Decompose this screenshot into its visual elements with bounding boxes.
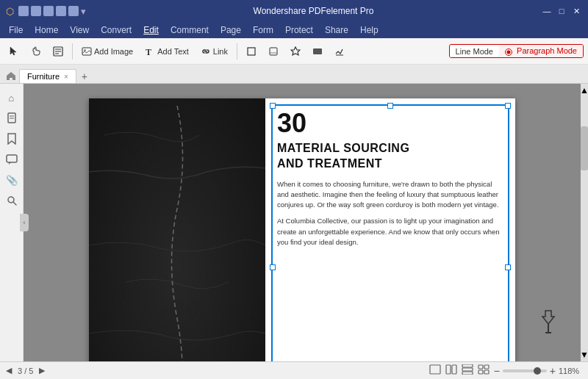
stamp-icon [290,46,301,57]
svg-rect-9 [270,48,277,55]
maximize-button[interactable]: □ [556,5,567,17]
crop-icon [246,46,257,57]
sidebar-bookmark-icon[interactable] [4,131,20,147]
svg-rect-30 [478,365,483,369]
edit-text-icon [53,46,63,57]
minimize-button[interactable]: — [541,5,553,17]
zoom-slider[interactable] [503,369,547,372]
sign-button[interactable] [330,44,349,59]
toolbar-sep-1 [72,43,73,59]
page-container: 30 MATERIAL SOURCING AND TREATMENT When … [89,98,515,361]
title-bar-left: ⬡ ▾ [6,6,86,17]
leather-texture-image [89,98,265,361]
watermark-icon [268,46,279,57]
menu-share[interactable]: Share [319,24,354,37]
toolbar-icon-1 [18,6,29,16]
page-image-left [89,98,265,361]
svg-rect-28 [462,368,473,371]
page-paragraph-1: When it comes to choosing furniture, we'… [277,179,503,211]
menu-convert[interactable]: Convert [95,24,137,37]
toolbar-icon-4 [56,6,66,16]
app-title: Wondershare PDFelement Pro [86,6,541,16]
sidebar-comment-icon[interactable] [4,151,20,167]
svg-point-5 [84,49,85,51]
paragraph-mode-button[interactable]: Paragraph Mode [499,45,583,57]
menu-comment[interactable]: Comment [165,24,215,37]
resize-handle-tm[interactable] [387,103,393,109]
zoom-control: − + 118% [494,365,582,377]
zoom-slider-thumb[interactable] [534,367,541,375]
svg-rect-33 [484,370,489,374]
sidebar-search-icon[interactable] [4,192,20,209]
add-text-button[interactable]: T Add Text [140,44,193,59]
resize-handle-tl[interactable] [270,103,276,109]
toolbar-icon-2 [31,6,41,16]
resize-handle-ml[interactable] [270,264,276,270]
svg-rect-17 [7,155,17,162]
svg-rect-21 [89,98,265,361]
view-single-button[interactable] [429,364,441,377]
sidebar-pages-icon[interactable] [4,110,20,126]
sidebar-home-icon[interactable]: ⌂ [4,90,20,106]
status-bar: ◀ 3 / 5 ▶ − + 118% [0,361,588,379]
menu-home[interactable]: Home [29,24,64,37]
resize-handle-mr[interactable] [505,264,511,270]
add-text-icon: T [145,46,155,57]
sidebar-collapse-button[interactable]: ‹ [20,214,29,231]
new-tab-button[interactable]: + [78,70,91,83]
svg-line-19 [13,202,16,205]
link-icon [201,46,211,57]
toolbar-icon-5 [68,6,79,16]
redact-button[interactable] [308,44,327,59]
view-scroll-button[interactable] [462,364,473,377]
add-image-icon [82,46,92,57]
link-button[interactable]: Link [196,44,232,59]
line-mode-button[interactable]: Line Mode [450,46,499,57]
nav-prev-button[interactable]: ◀ [6,366,12,375]
svg-marker-11 [291,47,300,55]
edit-text-button[interactable] [49,44,68,59]
edit-mode-group: Line Mode Paragraph Mode [449,44,584,57]
document-canvas: 30 MATERIAL SOURCING AND TREATMENT When … [24,84,581,361]
menu-protect[interactable]: Protect [279,24,319,37]
furniture-tab[interactable]: Furniture × [19,69,76,83]
menu-bar: File Home View Convert Edit Comment Page… [0,22,588,38]
zoom-in-button[interactable]: + [550,365,556,377]
resize-handle-tr[interactable] [505,103,511,109]
scroll-thumb[interactable] [581,126,588,170]
vertical-scrollbar[interactable]: ▲ ▼ [581,84,588,361]
sidebar-attachment-icon[interactable]: 📎 [4,172,20,188]
cursor-icon [9,46,19,57]
scroll-down-button[interactable]: ▼ [581,348,588,361]
view-grid-button[interactable] [478,364,490,377]
watermark-button[interactable] [264,44,283,59]
nav-next-button[interactable]: ▶ [39,366,45,375]
menu-help[interactable]: Help [354,24,384,37]
stamp-button[interactable] [286,44,305,59]
view-double-button[interactable] [445,364,457,377]
add-image-button[interactable]: Add Image [77,44,137,59]
tab-close-button[interactable]: × [64,73,68,81]
zoom-out-button[interactable]: − [494,365,500,377]
svg-text:T: T [146,47,151,57]
select-tool-button[interactable] [4,44,24,59]
hand-tool-button[interactable] [26,44,46,59]
redact-icon [312,46,323,57]
main-area: ⌂ 📎 ‹ [0,84,588,361]
window-controls[interactable]: — □ ✕ [541,5,582,17]
toolbar-sep-2 [237,43,237,59]
menu-page[interactable]: Page [215,24,247,37]
menu-edit[interactable]: Edit [137,24,165,37]
page-number-text: 30 [277,110,503,137]
svg-rect-12 [313,48,322,54]
menu-form[interactable]: Form [247,24,279,37]
menu-view[interactable]: View [64,24,95,37]
home-tab-icon[interactable] [3,68,19,83]
crop-tool-button[interactable] [242,44,261,59]
status-bar-right: − + 118% [429,364,582,377]
menu-file[interactable]: File [3,24,29,37]
scroll-up-button[interactable]: ▲ [581,84,588,97]
close-button[interactable]: ✕ [570,5,582,17]
text-cursor-icon [538,309,559,339]
svg-rect-8 [248,48,255,55]
